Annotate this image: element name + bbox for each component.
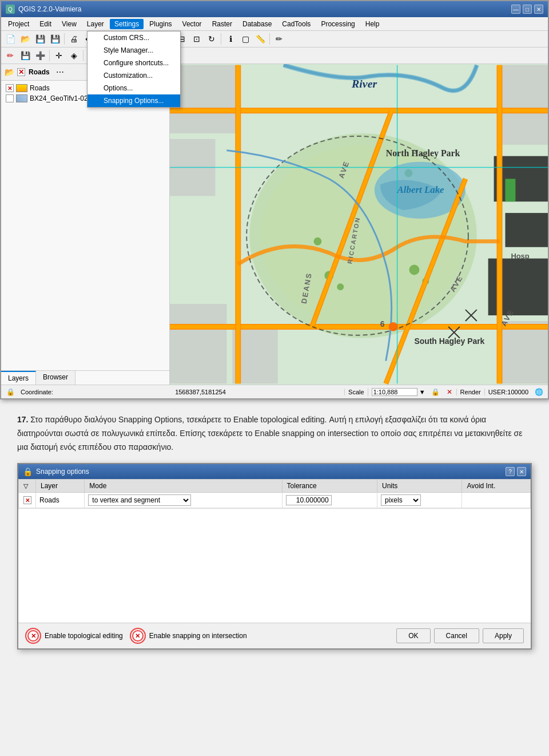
sep6 — [83, 50, 83, 61]
map-area[interactable]: River North Hagley Park Albert Lake AVE … — [170, 64, 548, 385]
col-units: Units — [377, 480, 462, 493]
layers-menu-btn[interactable]: ⋯ — [53, 65, 67, 79]
raster-layer-name: BX24_GeoTifv1-02 — [30, 94, 88, 102]
col-layer: Layer — [36, 480, 85, 493]
move-feature-btn[interactable]: ✛ — [52, 49, 66, 62]
zoom-selection-btn[interactable]: ⊡ — [190, 32, 204, 46]
render-stop-btn[interactable]: ✕ — [443, 385, 456, 399]
select-btn[interactable]: ▢ — [238, 32, 252, 46]
cancel-button[interactable]: Cancel — [434, 628, 479, 643]
second-toolbar: ✏ 💾 ➕ ✛ ◈ 🔒 — [1, 48, 548, 64]
digitize-btn[interactable]: ✏ — [272, 32, 286, 46]
apply-button[interactable]: Apply — [483, 628, 524, 643]
snapping-checkbox[interactable]: ✕ — [132, 630, 144, 642]
menu-database[interactable]: Database — [238, 19, 276, 29]
raster-checkbox[interactable]: ✕ — [6, 94, 14, 102]
svg-rect-3 — [500, 65, 548, 145]
lock-scale-btn[interactable]: 🔒 — [429, 385, 443, 399]
svg-text:Albert Lake: Albert Lake — [397, 184, 445, 195]
coordinate-value: 1568387,5181254 — [57, 389, 344, 395]
enable-topological-item: ✕ Enable topological editing — [25, 628, 123, 644]
col-mode: Mode — [85, 480, 282, 493]
menu-edit[interactable]: Edit — [35, 19, 56, 29]
refresh-btn[interactable]: ↻ — [205, 32, 218, 46]
table-row: ✕ Roads to vertex and segment to vertex … — [19, 493, 531, 508]
scale-label: Scale — [344, 389, 368, 395]
menu-settings[interactable]: Settings — [110, 19, 144, 29]
menu-view[interactable]: View — [57, 19, 81, 29]
dialog-close-btn[interactable]: ✕ — [517, 467, 526, 476]
menu-snapping-options[interactable]: Snapping Options... — [87, 94, 180, 107]
save-btn[interactable]: 💾 — [33, 32, 47, 46]
col-avoid: Avoid Int. — [462, 480, 531, 493]
qgis-icon: Q — [6, 5, 15, 14]
tab-layers[interactable]: Layers — [1, 371, 36, 385]
snapping-dialog: 🔒 Snapping options ? ✕ ▽ Layer Mode — [17, 463, 532, 650]
close-button[interactable]: ✕ — [534, 5, 543, 14]
epsg-btn[interactable]: 🌐 — [532, 385, 546, 399]
dialog-title-bar: 🔒 Snapping options ? ✕ — [18, 464, 531, 479]
edit-mode-btn[interactable]: ✏ — [3, 49, 17, 62]
new-project-btn[interactable]: 📄 — [3, 32, 17, 46]
tolerance-input[interactable] — [286, 495, 332, 505]
units-select[interactable]: pixels map units — [381, 494, 421, 506]
menu-plugins[interactable]: Plugins — [145, 19, 176, 29]
save-edits-btn[interactable]: 💾 — [18, 49, 32, 62]
svg-text:Hosp: Hosp — [511, 252, 529, 260]
svg-text:6: 6 — [380, 319, 385, 328]
menu-project[interactable]: Project — [3, 19, 34, 29]
save-as-btn[interactable]: 💾 — [48, 32, 62, 46]
menu-vector[interactable]: Vector — [178, 19, 206, 29]
tab-browser[interactable]: Browser — [36, 371, 75, 385]
snap-icon: 🔒 — [23, 467, 33, 476]
render-label: Render — [456, 389, 484, 395]
roads-checkbox[interactable]: ✕ — [6, 84, 14, 92]
menu-layer[interactable]: Layer — [82, 19, 109, 29]
menu-customization[interactable]: Customization... — [87, 69, 180, 82]
menu-processing[interactable]: Processing — [316, 19, 359, 29]
topological-checkbox[interactable]: ✕ — [27, 630, 39, 642]
roads-layer-name: Roads — [30, 84, 50, 92]
svg-rect-7 — [170, 304, 226, 383]
dialog-question-btn[interactable]: ? — [506, 467, 515, 476]
menu-custom-crs[interactable]: Custom CRS... — [87, 31, 180, 44]
title-bar: Q QGIS 2.2.0-Valmiera — □ ✕ — [1, 1, 548, 17]
dialog-title-text: Snapping options — [36, 468, 89, 476]
add-feature-btn[interactable]: ➕ — [33, 49, 47, 62]
panel-tabs: Layers Browser — [1, 370, 169, 385]
menu-raster[interactable]: Raster — [208, 19, 237, 29]
print-btn[interactable]: 🖨 — [67, 32, 81, 46]
menu-help[interactable]: Help — [361, 19, 384, 29]
identify-btn[interactable]: ℹ — [224, 32, 237, 46]
layers-tree: ✕ Roads ✕ BX24_GeoTifv1-02 — [1, 81, 169, 370]
svg-point-17 — [313, 238, 321, 246]
measure-btn[interactable]: 📏 — [253, 32, 267, 46]
user-label: USER:100000 — [484, 389, 532, 395]
menu-shortcuts[interactable]: Configure shortcuts... — [87, 57, 180, 69]
menu-options[interactable]: Options... — [87, 82, 180, 94]
scale-value: ▼ — [368, 388, 429, 396]
svg-rect-9 — [500, 321, 548, 383]
snapping-table: ▽ Layer Mode Tolerance Units Avoid Int. … — [18, 479, 531, 508]
open-btn[interactable]: 📂 — [18, 32, 32, 46]
svg-point-13 — [337, 283, 344, 290]
dialog-overlay: 🔒 Snapping options ? ✕ ▽ Layer Mode — [0, 463, 549, 667]
maximize-button[interactable]: □ — [523, 5, 532, 14]
mode-select[interactable]: to vertex and segment to vertex to segme… — [88, 494, 191, 506]
paragraph-number: 17. — [17, 415, 28, 424]
scale-input[interactable] — [372, 388, 417, 396]
row-layer-name: Roads — [39, 496, 59, 504]
dialog-content: ▽ Layer Mode Tolerance Units Avoid Int. … — [18, 479, 531, 623]
row-checkbox[interactable]: ✕ — [23, 496, 31, 504]
title-bar-left: Q QGIS 2.2.0-Valmiera — [6, 5, 81, 14]
status-icon[interactable]: 🔒 — [3, 385, 17, 399]
row-check-cell: ✕ — [19, 493, 36, 508]
panel-open-btn[interactable]: 📂 — [2, 65, 16, 79]
minimize-button[interactable]: — — [511, 5, 520, 14]
menu-style-manager[interactable]: Style Manager... — [87, 44, 180, 57]
node-tool-btn[interactable]: ◈ — [67, 49, 81, 62]
raster-layer-icon — [16, 94, 27, 102]
layer-visibility-toggle[interactable]: ✕ — [17, 68, 25, 76]
ok-button[interactable]: OK — [396, 628, 430, 643]
menu-cadtools[interactable]: CadTools — [277, 19, 315, 29]
